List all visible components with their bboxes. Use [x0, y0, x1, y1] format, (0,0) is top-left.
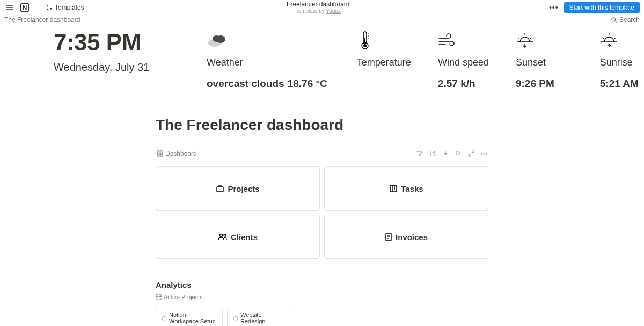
briefcase-icon	[162, 315, 167, 321]
thermometer-icon	[357, 29, 411, 52]
svg-line-13	[518, 38, 519, 39]
card-tasks[interactable]: Tasks	[324, 166, 488, 211]
sunrise-label: Sunrise	[600, 57, 639, 68]
weather-label: Weather	[207, 57, 327, 68]
more-db-icon[interactable]: •••	[481, 150, 487, 157]
menu-icon[interactable]	[4, 2, 15, 13]
svg-rect-27	[390, 185, 397, 192]
temperature-label: Temperature	[357, 57, 411, 68]
sunrise-value: 5:21 AM	[600, 78, 639, 90]
project-card[interactable]: Notion Workspace Setup ○○○○○○○○○○	[156, 308, 223, 326]
expand-icon[interactable]	[468, 150, 474, 157]
svg-rect-38	[156, 298, 158, 300]
clock-date: Wednesday, July 31	[54, 61, 207, 74]
wind-label: Wind speed	[438, 57, 489, 68]
gallery-icon	[156, 294, 162, 300]
main-title: The Freelancer dashboard	[156, 117, 488, 134]
card-clients[interactable]: Clients	[156, 215, 320, 259]
briefcase-icon	[233, 315, 238, 321]
search-icon	[611, 17, 617, 23]
templates-label: Templates	[55, 4, 84, 11]
page-subtitle: Template by Yudax	[87, 8, 549, 14]
weather-value: overcast clouds	[207, 78, 284, 90]
shapes-icon	[46, 4, 53, 11]
card-invoices[interactable]: Invoices	[324, 215, 488, 259]
templates-link[interactable]: Templates	[43, 3, 87, 12]
project-name: Website Redesign	[240, 311, 288, 324]
sunset-icon	[516, 29, 554, 52]
tab-dashboard[interactable]: Dashboard	[157, 150, 197, 157]
svg-rect-37	[159, 294, 161, 296]
svg-point-30	[219, 234, 222, 237]
svg-rect-39	[159, 298, 161, 300]
automation-icon[interactable]	[442, 150, 449, 157]
svg-rect-36	[156, 294, 158, 296]
svg-point-25	[456, 151, 460, 155]
sunrise-icon	[600, 29, 639, 52]
svg-rect-26	[217, 187, 223, 192]
gallery-icon	[157, 150, 163, 157]
cloud-icon	[207, 29, 327, 52]
sort-icon[interactable]	[429, 150, 436, 157]
svg-rect-40	[162, 317, 166, 320]
more-icon[interactable]: •••	[549, 3, 559, 12]
document-icon	[385, 233, 392, 241]
author-link[interactable]: Yudax	[326, 8, 341, 14]
svg-line-19	[614, 38, 616, 39]
analytics-title: Analytics	[156, 280, 488, 289]
search-db-icon[interactable]	[455, 150, 462, 157]
sunset-value: 9:26 PM	[516, 78, 554, 90]
svg-rect-21	[157, 151, 159, 153]
card-projects[interactable]: Projects	[156, 166, 320, 211]
people-icon	[218, 233, 228, 241]
notion-logo[interactable]: N	[19, 2, 30, 13]
svg-point-31	[224, 234, 226, 236]
clock-time: 7:35 PM	[54, 29, 207, 56]
breadcrumb[interactable]: The Freelancer dashboard	[4, 16, 80, 24]
svg-rect-41	[233, 317, 238, 320]
page-title: Freelancer dashboard	[87, 1, 549, 8]
svg-line-18	[602, 38, 604, 39]
search-button[interactable]: Search	[611, 16, 640, 24]
svg-rect-24	[160, 154, 163, 156]
project-name: Notion Workspace Setup	[169, 311, 217, 324]
svg-line-14	[530, 38, 532, 39]
project-card[interactable]: Website Redesign ○○○○○○○○○○	[227, 308, 294, 326]
filter-icon[interactable]	[416, 150, 423, 157]
svg-point-3	[213, 35, 220, 42]
start-template-button[interactable]: Start with this template	[564, 2, 640, 13]
svg-rect-22	[160, 151, 163, 153]
sunset-label: Sunset	[516, 57, 554, 68]
briefcase-icon	[216, 184, 224, 193]
wind-value: 2.57 k/h	[438, 78, 489, 90]
kanban-icon	[389, 184, 398, 193]
tab-active-projects[interactable]: Active Projects	[156, 294, 488, 303]
temperature-value: 18.76 °C	[288, 78, 327, 90]
svg-rect-23	[157, 154, 159, 156]
wind-icon	[438, 29, 489, 52]
